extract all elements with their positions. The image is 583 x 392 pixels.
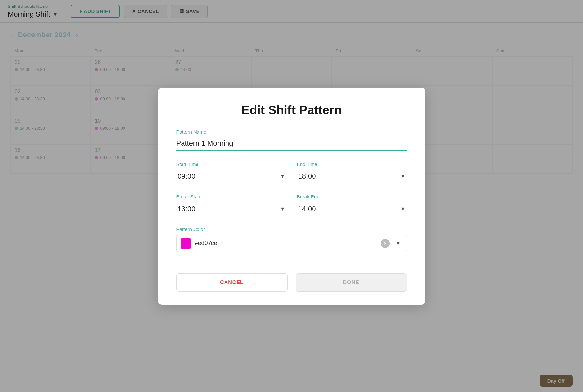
color-dropdown-icon[interactable]: ▼ — [394, 239, 403, 248]
break-start-select[interactable]: 13:00 ▼ — [176, 202, 286, 216]
break-end-value: 14:00 — [298, 205, 316, 213]
break-end-label: Break End — [297, 194, 407, 199]
color-picker-row[interactable]: #ed07ce ✕ ▼ — [176, 235, 407, 252]
modal-footer: CANCEL DONE — [176, 273, 407, 292]
end-time-value: 18:00 — [298, 172, 316, 181]
end-time-select[interactable]: 18:00 ▼ — [297, 169, 407, 183]
break-start-value: 13:00 — [178, 205, 196, 213]
modal-title: Edit Shift Pattern — [176, 103, 407, 117]
start-time-chevron-icon: ▼ — [280, 173, 285, 179]
break-end-group: Break End 14:00 ▼ — [297, 194, 407, 216]
end-time-chevron-icon: ▼ — [401, 173, 406, 179]
modal-divider — [176, 263, 407, 263]
pattern-color-section: Pattern Color #ed07ce ✕ ▼ — [176, 226, 407, 252]
color-clear-button[interactable]: ✕ — [381, 239, 390, 248]
break-time-row: Break Start 13:00 ▼ Break End 14:00 ▼ — [176, 194, 407, 216]
end-time-group: End Time 18:00 ▼ — [297, 161, 407, 183]
break-start-chevron-icon: ▼ — [280, 206, 285, 212]
break-end-select[interactable]: 14:00 ▼ — [297, 202, 407, 216]
start-time-group: Start Time 09:00 ▼ — [176, 161, 286, 183]
done-modal-button[interactable]: DONE — [296, 273, 407, 292]
color-hex-text: #ed07ce — [195, 240, 377, 247]
modal-overlay: Edit Shift Pattern Pattern Name Start Ti… — [0, 0, 583, 392]
cancel-modal-button[interactable]: CANCEL — [176, 273, 288, 292]
start-time-value: 09:00 — [178, 172, 196, 181]
pattern-color-label: Pattern Color — [176, 226, 407, 232]
end-time-label: End Time — [297, 161, 407, 167]
background-page: Shift Schedule Name Morning Shift ▼ + AD… — [0, 0, 583, 392]
break-start-group: Break Start 13:00 ▼ — [176, 194, 286, 216]
pattern-name-input[interactable] — [176, 137, 407, 151]
start-time-select[interactable]: 09:00 ▼ — [176, 169, 286, 183]
start-end-time-row: Start Time 09:00 ▼ End Time 18:00 ▼ — [176, 161, 407, 183]
color-swatch — [181, 238, 191, 249]
pattern-name-label: Pattern Name — [176, 129, 407, 135]
break-end-chevron-icon: ▼ — [401, 206, 406, 212]
break-start-label: Break Start — [176, 194, 286, 199]
edit-shift-pattern-modal: Edit Shift Pattern Pattern Name Start Ti… — [158, 88, 425, 305]
start-time-label: Start Time — [176, 161, 286, 167]
